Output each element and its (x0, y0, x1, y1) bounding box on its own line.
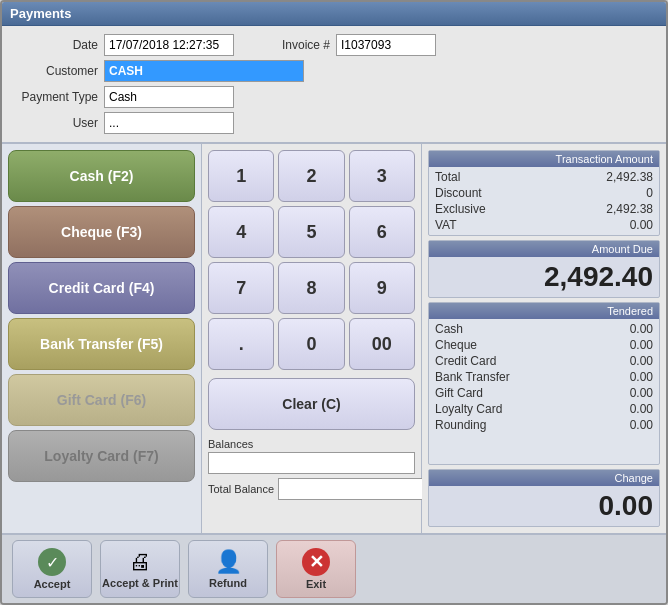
customer-input[interactable] (104, 60, 304, 82)
num-5-button[interactable]: 5 (278, 206, 344, 258)
credit-card-button[interactable]: Credit Card (F4) (8, 262, 195, 314)
tendered-rounding-label: Rounding (435, 418, 486, 432)
info-panel: Transaction Amount Total 2,492.38 Discou… (422, 144, 666, 533)
invoice-label: Invoice # (246, 38, 336, 52)
total-row: Total 2,492.38 (435, 169, 653, 185)
tendered-gift-row: Gift Card 0.00 (435, 385, 653, 401)
tendered-loyalty-label: Loyalty Card (435, 402, 502, 416)
payment-type-input[interactable] (104, 86, 234, 108)
balances-input[interactable] (208, 452, 415, 474)
tendered-rounding-value: 0.00 (630, 418, 653, 432)
vat-value: 0.00 (630, 218, 653, 232)
exclusive-value: 2,492.38 (606, 202, 653, 216)
tendered-cheque-label: Cheque (435, 338, 477, 352)
num-0-button[interactable]: 0 (278, 318, 344, 370)
date-row: Date Invoice # (14, 34, 654, 56)
change-section: Change 0.00 (428, 469, 660, 527)
title-bar: Payments (2, 2, 666, 26)
accept-print-button[interactable]: 🖨 Accept & Print (100, 540, 180, 598)
accept-button[interactable]: ✓ Accept (12, 540, 92, 598)
tendered-cash-value: 0.00 (630, 322, 653, 336)
payment-buttons-panel: Cash (F2) Cheque (F3) Credit Card (F4) B… (2, 144, 202, 533)
tendered-loyalty-value: 0.00 (630, 402, 653, 416)
transaction-header: Transaction Amount (429, 151, 659, 167)
change-header: Change (429, 470, 659, 486)
tendered-cash-row: Cash 0.00 (435, 321, 653, 337)
date-input[interactable] (104, 34, 234, 56)
cash-button[interactable]: Cash (F2) (8, 150, 195, 202)
tendered-cheque-value: 0.00 (630, 338, 653, 352)
tendered-credit-label: Credit Card (435, 354, 496, 368)
main-area: Cash (F2) Cheque (F3) Credit Card (F4) B… (2, 144, 666, 533)
payment-type-label: Payment Type (14, 90, 104, 104)
total-label: Total (435, 170, 460, 184)
amount-due-section: Amount Due 2,492.40 (428, 240, 660, 298)
num-1-button[interactable]: 1 (208, 150, 274, 202)
total-value: 2,492.38 (606, 170, 653, 184)
tendered-cheque-row: Cheque 0.00 (435, 337, 653, 353)
tendered-bank-row: Bank Transfer 0.00 (435, 369, 653, 385)
bank-transfer-button[interactable]: Bank Transfer (F5) (8, 318, 195, 370)
payments-window: Payments Date Invoice # Customer Payment… (0, 0, 668, 605)
close-icon: ✕ (302, 548, 330, 576)
num-00-button[interactable]: 00 (349, 318, 415, 370)
tendered-rows: Cash 0.00 Cheque 0.00 Credit Card 0.00 B… (429, 319, 659, 435)
date-label: Date (14, 38, 104, 52)
numpad-grid: 1 2 3 4 5 6 7 8 9 . 0 00 (208, 150, 415, 370)
tendered-gift-label: Gift Card (435, 386, 483, 400)
num-9-button[interactable]: 9 (349, 262, 415, 314)
tendered-credit-row: Credit Card 0.00 (435, 353, 653, 369)
user-label: User (14, 116, 104, 130)
window-title: Payments (10, 6, 71, 21)
num-4-button[interactable]: 4 (208, 206, 274, 258)
invoice-input[interactable] (336, 34, 436, 56)
balances-label: Balances (208, 438, 415, 450)
total-balance-label: Total Balance (208, 483, 274, 495)
cheque-button[interactable]: Cheque (F3) (8, 206, 195, 258)
loyalty-card-button[interactable]: Loyalty Card (F7) (8, 430, 195, 482)
balances-area: Balances Total Balance (208, 438, 415, 500)
user-input[interactable] (104, 112, 234, 134)
accept-label: Accept (34, 578, 71, 590)
customer-label: Customer (14, 64, 104, 78)
printer-icon: 🖨 (129, 549, 151, 575)
transaction-section: Transaction Amount Total 2,492.38 Discou… (428, 150, 660, 236)
amount-due-header: Amount Due (429, 241, 659, 257)
refund-button[interactable]: 👤 Refund (188, 540, 268, 598)
tendered-gift-value: 0.00 (630, 386, 653, 400)
vat-row: VAT 0.00 (435, 217, 653, 233)
clear-button[interactable]: Clear (C) (208, 378, 415, 430)
numpad-panel: 1 2 3 4 5 6 7 8 9 . 0 00 Clear (C) Balan… (202, 144, 422, 533)
tendered-header: Tendered (429, 303, 659, 319)
num-2-button[interactable]: 2 (278, 150, 344, 202)
check-icon: ✓ (38, 548, 66, 576)
gift-card-button[interactable]: Gift Card (F6) (8, 374, 195, 426)
exit-label: Exit (306, 578, 326, 590)
tendered-cash-label: Cash (435, 322, 463, 336)
amount-due-value: 2,492.40 (435, 261, 653, 293)
transaction-rows: Total 2,492.38 Discount 0 Exclusive 2,49… (429, 167, 659, 235)
bottom-bar: ✓ Accept 🖨 Accept & Print 👤 Refund ✕ Exi… (2, 533, 666, 603)
exit-button[interactable]: ✕ Exit (276, 540, 356, 598)
discount-row: Discount 0 (435, 185, 653, 201)
tendered-section: Tendered Cash 0.00 Cheque 0.00 Credit Ca… (428, 302, 660, 465)
vat-label: VAT (435, 218, 457, 232)
payment-type-row: Payment Type (14, 86, 654, 108)
num-6-button[interactable]: 6 (349, 206, 415, 258)
num-dot-button[interactable]: . (208, 318, 274, 370)
refund-icon: 👤 (215, 549, 242, 575)
num-3-button[interactable]: 3 (349, 150, 415, 202)
discount-label: Discount (435, 186, 482, 200)
num-8-button[interactable]: 8 (278, 262, 344, 314)
exclusive-label: Exclusive (435, 202, 486, 216)
accept-print-label: Accept & Print (102, 577, 178, 589)
tendered-bank-label: Bank Transfer (435, 370, 510, 384)
exclusive-row: Exclusive 2,492.38 (435, 201, 653, 217)
tendered-loyalty-row: Loyalty Card 0.00 (435, 401, 653, 417)
num-7-button[interactable]: 7 (208, 262, 274, 314)
total-balance-row: Total Balance (208, 478, 415, 500)
tendered-rounding-row: Rounding 0.00 (435, 417, 653, 433)
customer-row: Customer (14, 60, 654, 82)
tendered-bank-value: 0.00 (630, 370, 653, 384)
change-value: 0.00 (435, 490, 653, 522)
